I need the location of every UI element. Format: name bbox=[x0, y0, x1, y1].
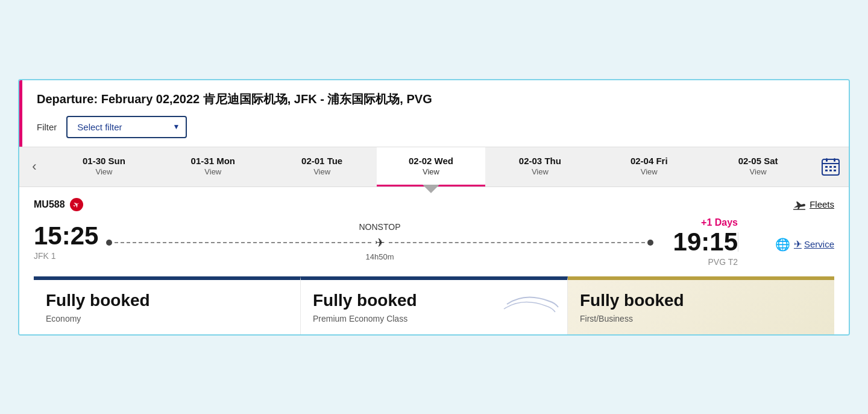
calendar-icon bbox=[821, 157, 840, 176]
date-tab-02-04-fri[interactable]: 02-04 Fri View bbox=[594, 147, 703, 186]
service-label: Service bbox=[804, 239, 834, 249]
header-section: Departure: February 02,2022 肯尼迪国际机场, JFK… bbox=[19, 80, 849, 147]
duration-label: 14h50m bbox=[106, 252, 653, 261]
view-label: View bbox=[423, 167, 439, 176]
arrive-info: +1 Days 19:15 PVG T2 bbox=[653, 217, 738, 267]
booking-class: First/Business bbox=[580, 314, 822, 323]
date-label: 02-02 Wed bbox=[409, 156, 453, 166]
svg-rect-8 bbox=[829, 170, 832, 171]
date-label: 02-05 Sat bbox=[738, 156, 778, 166]
date-navigation: ‹ 01-30 Sun View 01-31 Mon View 02-01 Tu… bbox=[19, 147, 849, 187]
airline-info: MU588 bbox=[34, 198, 83, 211]
arrive-and-service: +1 Days 19:15 PVG T2 🌐 ✈ Service bbox=[653, 217, 834, 267]
svg-rect-7 bbox=[825, 170, 828, 171]
arrive-airport: PVG T2 bbox=[653, 257, 738, 267]
nonstop-label: NONSTOP bbox=[106, 222, 653, 232]
depart-airport: JFK 1 bbox=[34, 251, 106, 261]
svg-rect-5 bbox=[829, 166, 832, 168]
days-badge: +1 Days bbox=[653, 217, 738, 228]
service-link[interactable]: ✈ Service bbox=[794, 238, 834, 250]
svg-rect-4 bbox=[825, 166, 828, 168]
view-label: View bbox=[204, 167, 221, 176]
date-label: 01-30 Sun bbox=[83, 156, 125, 166]
flight-header: MU588 Fleets bbox=[34, 198, 834, 211]
plane-service-icon: ✈ bbox=[794, 238, 802, 250]
flight-row-main: 15:25 JFK 1 NONSTOP ✈ 14h50m +1 Days bbox=[34, 217, 834, 267]
depart-time: 15:25 bbox=[34, 223, 106, 249]
booking-card-economy[interactable]: Fully booked Economy bbox=[34, 276, 301, 334]
booking-card-premium[interactable]: Fully booked Premium Economy Class bbox=[301, 276, 568, 334]
date-tab-01-30-sun[interactable]: 01-30 Sun View bbox=[49, 147, 159, 186]
main-container: Departure: February 02,2022 肯尼迪国际机场, JFK… bbox=[18, 79, 850, 336]
filter-label: Filter bbox=[37, 122, 57, 132]
booking-class: Economy bbox=[46, 314, 288, 323]
filter-wrapper: Select filter ▼ bbox=[66, 116, 187, 138]
booking-cards: Fully booked Economy Fully booked Premiu… bbox=[34, 276, 834, 334]
calendar-button[interactable] bbox=[813, 147, 849, 186]
globe-icon: 🌐 bbox=[775, 237, 790, 252]
svg-rect-6 bbox=[834, 166, 836, 168]
date-tab-01-31-mon[interactable]: 01-31 Mon View bbox=[159, 147, 268, 186]
fleets-link[interactable]: Fleets bbox=[793, 199, 834, 210]
booking-status: Fully booked bbox=[46, 291, 288, 310]
booking-card-first[interactable]: Fully booked First/Business bbox=[568, 276, 834, 334]
service-icons-row: 🌐 ✈ Service bbox=[775, 237, 834, 252]
arrive-dot bbox=[647, 240, 653, 246]
date-tab-02-01-tue[interactable]: 02-01 Tue View bbox=[268, 147, 377, 186]
flight-section: MU588 Fleets 15:25 JFK 1 NONSTOP bbox=[19, 187, 849, 334]
filter-select[interactable]: Select filter bbox=[66, 116, 187, 138]
svg-rect-1 bbox=[826, 158, 828, 162]
flight-line: ✈ bbox=[106, 235, 653, 250]
date-label: 01-31 Mon bbox=[191, 156, 235, 166]
svg-rect-9 bbox=[834, 170, 836, 171]
view-label: View bbox=[750, 167, 767, 176]
filter-row: Filter Select filter ▼ bbox=[37, 116, 834, 138]
plane-icon: ✈ bbox=[375, 235, 385, 250]
right-panel: 🌐 ✈ Service bbox=[738, 232, 834, 252]
date-tab-02-02-wed[interactable]: 02-02 Wed View bbox=[377, 147, 486, 186]
dashed-line-right bbox=[389, 242, 646, 243]
svg-rect-2 bbox=[834, 158, 835, 162]
view-label: View bbox=[313, 167, 330, 176]
date-tab-02-03-thu[interactable]: 02-03 Thu View bbox=[485, 147, 594, 186]
airline-code: MU588 bbox=[34, 199, 65, 210]
date-tab-02-05-sat[interactable]: 02-05 Sat View bbox=[703, 147, 813, 186]
depart-dot bbox=[106, 240, 112, 246]
booking-status: Fully booked bbox=[580, 291, 822, 310]
view-label: View bbox=[532, 167, 549, 176]
prev-date-button[interactable]: ‹ bbox=[19, 147, 49, 186]
fleets-label: Fleets bbox=[810, 199, 834, 209]
view-label: View bbox=[95, 167, 112, 176]
date-label: 02-01 Tue bbox=[301, 156, 342, 166]
date-tabs: 01-30 Sun View 01-31 Mon View 02-01 Tue … bbox=[49, 147, 813, 186]
airline-logo-icon bbox=[70, 198, 83, 211]
date-label: 02-04 Fri bbox=[631, 156, 668, 166]
flight-line-section: NONSTOP ✈ 14h50m bbox=[106, 222, 653, 261]
arrive-time: 19:15 bbox=[653, 229, 738, 255]
depart-info: 15:25 JFK 1 bbox=[34, 223, 106, 261]
departure-title: Departure: February 02,2022 肯尼迪国际机场, JFK… bbox=[37, 91, 834, 107]
date-label: 02-03 Thu bbox=[519, 156, 561, 166]
dashed-line-left bbox=[115, 242, 371, 243]
view-label: View bbox=[641, 167, 658, 176]
plane-landing-icon bbox=[793, 199, 806, 210]
